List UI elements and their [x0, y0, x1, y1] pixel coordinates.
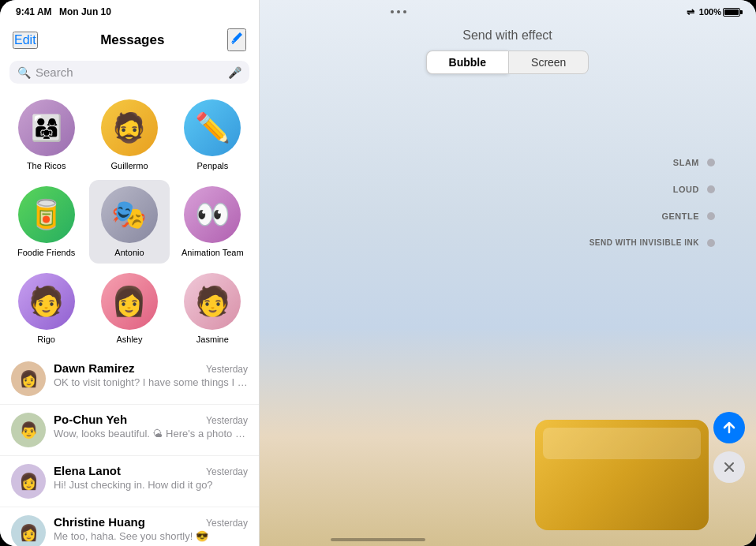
battery-fill: [724, 9, 739, 15]
bubble-shine: [543, 428, 701, 459]
effect-options: SLAM LOUD GENTLE SEND WITH INVISIBLE INK: [589, 158, 715, 247]
sidebar-divider: [259, 0, 260, 546]
pinned-contact-guillermo[interactable]: 🧔 Guillermo: [89, 93, 169, 177]
battery-indicator: 100%: [699, 7, 740, 17]
conv-name-dawn: Dawn Ramirez: [54, 361, 135, 375]
conversation-dawn[interactable]: 👩 Dawn Ramirez Yesterday OK to visit ton…: [0, 353, 259, 405]
avatar-jasmine: 🧑: [184, 273, 241, 330]
pinned-contact-penpals[interactable]: ✏️ Penpals: [173, 93, 253, 177]
status-date: Mon Jun 10: [59, 6, 111, 17]
status-dots: [391, 10, 406, 13]
conv-preview-pochun: Wow, looks beautiful. 🌤 Here's a photo o…: [54, 428, 248, 439]
status-bar: 9:41 AM Mon Jun 10 ⇌ 100%: [0, 0, 756, 24]
status-time: 9:41 AM: [16, 6, 52, 17]
search-icon: 🔍: [17, 66, 31, 79]
wifi-icon: ⇌: [687, 6, 694, 17]
conv-header-pochun: Po-Chun Yeh Yesterday: [54, 413, 248, 426]
effect-dot-loud: [707, 185, 715, 193]
conv-time-dawn: Yesterday: [206, 364, 248, 375]
effect-label-slam: SLAM: [673, 158, 699, 167]
edit-button[interactable]: Edit: [13, 32, 38, 49]
avatar-pochun: 👨: [11, 413, 46, 447]
mic-icon[interactable]: 🎤: [228, 66, 241, 79]
avatar-elena: 👩: [11, 464, 46, 499]
conv-body-elena: Elena Lanot Yesterday Hi! Just checking …: [54, 464, 248, 491]
conv-header-elena: Elena Lanot Yesterday: [54, 464, 248, 477]
pinned-label-rigo: Rigo: [37, 335, 55, 344]
conv-preview-christine: Me too, haha. See you shortly! 😎: [54, 530, 248, 542]
pinned-label-guillermo: Guillermo: [110, 161, 148, 170]
pinned-label-ashley: Ashley: [116, 335, 142, 344]
status-indicators: ⇌ 100%: [687, 6, 740, 17]
pinned-label-penpals: Penpals: [196, 161, 228, 170]
compose-icon: [229, 30, 245, 46]
conversation-pochun[interactable]: 👨 Po-Chun Yeh Yesterday Wow, looks beaut…: [0, 405, 259, 456]
search-placeholder: Search: [36, 65, 223, 79]
conv-body-pochun: Po-Chun Yeh Yesterday Wow, looks beautif…: [54, 413, 248, 439]
sidebar-title: Messages: [100, 32, 164, 48]
status-time-date: 9:41 AM Mon Jun 10: [16, 6, 111, 17]
conversation-list: 👩 Dawn Ramirez Yesterday OK to visit ton…: [0, 353, 259, 546]
conv-header-christine: Christine Huang Yesterday: [54, 515, 248, 529]
avatar-penpals: ✏️: [184, 99, 241, 156]
conv-preview-dawn: OK to visit tonight? I have some things …: [54, 376, 248, 388]
conversation-elena[interactable]: 👩 Elena Lanot Yesterday Hi! Just checkin…: [0, 456, 259, 507]
effect-row-loud: LOUD: [673, 185, 715, 194]
avatar-guillermo: 🧔: [101, 99, 158, 156]
effect-label-loud: LOUD: [673, 185, 699, 194]
avatar-antonio: 🎭: [101, 186, 158, 243]
pinned-label-antonio: Antonio: [114, 248, 144, 257]
effect-label-invisible: SEND WITH INVISIBLE INK: [589, 238, 699, 247]
device-frame: 9:41 AM Mon Jun 10 ⇌ 100% Edit Messages: [0, 0, 756, 546]
bubble-tab[interactable]: Bubble: [426, 50, 508, 74]
avatar-ashley: 👩: [101, 273, 158, 330]
conv-time-pochun: Yesterday: [206, 415, 248, 426]
conv-time-elena: Yesterday: [206, 466, 248, 477]
conv-name-elena: Elena Lanot: [54, 464, 121, 477]
messages-sidebar: Edit Messages 🔍 Search 🎤 👨‍👩‍👧: [0, 0, 259, 546]
compose-button[interactable]: [227, 28, 246, 51]
home-indicator: [331, 538, 425, 541]
pinned-contacts-grid: 👨‍👩‍👧 The Ricos 🧔 Guillermo ✏️ Penpals: [0, 90, 259, 353]
avatar-foodie: 🥫: [18, 186, 75, 243]
effect-row-slam: SLAM: [673, 158, 715, 167]
effect-label-gentle: GENTLE: [661, 211, 699, 221]
bubble-image: [535, 420, 709, 530]
pinned-contact-ricos[interactable]: 👨‍👩‍👧 The Ricos: [6, 93, 86, 177]
effect-toggle: Bubble Screen: [259, 50, 756, 74]
search-bar[interactable]: 🔍 Search 🎤: [9, 61, 249, 84]
pinned-label-foodie: Foodie Friends: [17, 248, 75, 257]
screen-tab[interactable]: Screen: [508, 50, 589, 74]
conv-preview-elena: Hi! Just checking in. How did it go?: [54, 479, 248, 491]
pinned-label-ricos: The Ricos: [27, 161, 66, 170]
effect-dot-invisible: [707, 239, 715, 247]
pinned-label-jasmine: Jasmine: [196, 335, 229, 344]
battery-percent: 100%: [699, 7, 721, 17]
effect-dot-slam: [707, 159, 715, 166]
avatar-rigo: 🧑: [18, 273, 75, 330]
conv-body-christine: Christine Huang Yesterday Me too, haha. …: [54, 515, 248, 542]
conv-name-pochun: Po-Chun Yeh: [54, 413, 127, 426]
conv-name-christine: Christine Huang: [54, 515, 145, 529]
pinned-contact-ashley[interactable]: 👩 Ashley: [89, 267, 169, 350]
pinned-contact-antonio[interactable]: 🎭 Antonio: [89, 180, 169, 264]
message-bubble-preview: [518, 420, 756, 546]
main-panel: Send with effect Bubble Screen SLAM LOUD…: [259, 0, 756, 546]
effect-row-gentle: GENTLE: [661, 211, 715, 221]
battery-bar: [723, 8, 740, 17]
pinned-contact-jasmine[interactable]: 🧑 Jasmine: [173, 267, 253, 350]
avatar-animation: 👀: [184, 186, 241, 243]
conv-header-dawn: Dawn Ramirez Yesterday: [54, 361, 248, 375]
pinned-contact-animation[interactable]: 👀 Animation Team: [173, 180, 253, 264]
pinned-label-animation: Animation Team: [182, 248, 244, 257]
conv-time-christine: Yesterday: [206, 518, 248, 529]
sidebar-header: Edit Messages: [0, 22, 259, 56]
effect-dot-gentle: [707, 212, 715, 220]
avatar-dawn: 👩: [11, 361, 46, 396]
effect-row-invisible: SEND WITH INVISIBLE INK: [589, 238, 715, 247]
pinned-contact-foodie[interactable]: 🥫 Foodie Friends: [6, 180, 86, 264]
conv-body-dawn: Dawn Ramirez Yesterday OK to visit tonig…: [54, 361, 248, 388]
conversation-christine[interactable]: 👩 Christine Huang Yesterday Me too, haha…: [0, 507, 259, 546]
avatar-christine: 👩: [11, 515, 46, 546]
pinned-contact-rigo[interactable]: 🧑 Rigo: [6, 267, 86, 350]
